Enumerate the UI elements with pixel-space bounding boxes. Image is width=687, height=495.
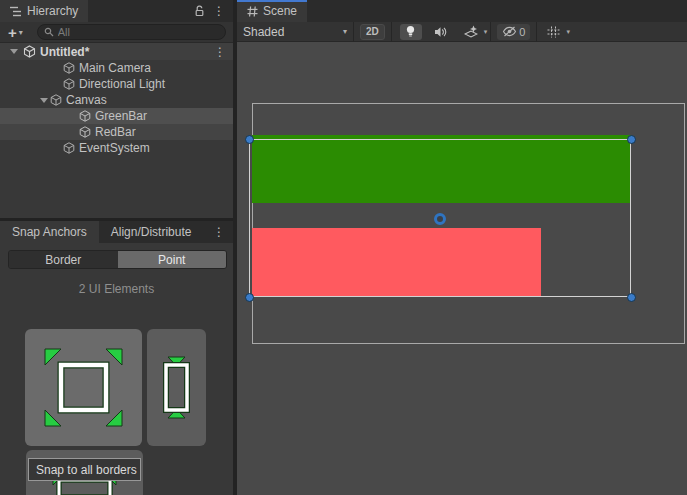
search-icon xyxy=(44,27,54,37)
snap-anchors-panel: Snap Anchors Align/Distribute ⋮ Border P… xyxy=(0,221,233,495)
tabbar-spacer xyxy=(88,0,189,22)
hierarchy-tab-label: Hierarchy xyxy=(27,4,78,18)
snap-menu-icon[interactable]: ⋮ xyxy=(209,221,229,243)
search-input[interactable] xyxy=(58,26,219,38)
scene-toolbar: Shaded ▾ 2D ▾ 0 ▾ xyxy=(237,22,687,42)
hierarchy-toolbar: + ▾ xyxy=(0,22,233,43)
scene-visibility-button[interactable]: 0 xyxy=(497,24,530,40)
scene-name: Untitled* xyxy=(40,45,89,59)
anchor-handle-bottom-right[interactable] xyxy=(627,293,636,302)
border-mode-button[interactable]: Border xyxy=(9,251,118,268)
foldout-icon[interactable] xyxy=(40,98,48,103)
scene-grid-icon xyxy=(247,6,258,17)
anchor-handle-top-right[interactable] xyxy=(627,135,636,144)
grid-dropdown-icon[interactable]: ▾ xyxy=(563,28,573,36)
create-object-button[interactable]: + ▾ xyxy=(4,25,27,40)
draw-mode-label: Shaded xyxy=(243,25,284,39)
anchor-handle-bottom-left[interactable] xyxy=(245,293,254,302)
scene-panel: Scene Shaded ▾ 2D ▾ 0 ▾ xyxy=(237,0,687,495)
tree-item-greenbar[interactable]: GreenBar xyxy=(0,108,233,124)
hierarchy-search[interactable] xyxy=(37,24,226,40)
lock-icon[interactable] xyxy=(189,0,209,22)
hierarchy-menu-icon[interactable]: ⋮ xyxy=(209,0,229,22)
2d-mode-button[interactable]: 2D xyxy=(360,24,385,40)
gameobject-cube-icon xyxy=(79,126,91,138)
hierarchy-tabbar: Hierarchy ⋮ xyxy=(0,0,233,22)
tab-scene[interactable]: Scene xyxy=(237,0,307,22)
eye-slash-icon xyxy=(502,26,517,37)
snap-all-borders-button[interactable] xyxy=(25,329,142,446)
hierarchy-tree: Untitled* ⋮ Main Camera Directional Ligh… xyxy=(0,43,233,218)
tree-item-eventsystem[interactable]: EventSystem xyxy=(0,140,233,156)
toolbar-separator xyxy=(353,22,354,42)
tooltip: Snap to all borders xyxy=(28,458,141,481)
foldout-icon[interactable] xyxy=(10,49,18,54)
gameobject-cube-icon xyxy=(63,62,75,74)
anchor-handle-top-left[interactable] xyxy=(245,135,254,144)
tab-snap-anchors[interactable]: Snap Anchors xyxy=(0,221,99,243)
hidden-count: 0 xyxy=(519,26,525,38)
tree-item-redbar[interactable]: RedBar xyxy=(0,124,233,140)
draw-mode-dropdown[interactable]: Shaded ▾ xyxy=(237,22,353,42)
toolbar-separator xyxy=(490,22,491,42)
gameobject-cube-icon xyxy=(63,142,75,154)
hierarchy-icon xyxy=(10,6,22,17)
pivot-handle[interactable] xyxy=(434,213,446,225)
gameobject-cube-icon xyxy=(63,78,75,90)
toolbar-separator xyxy=(536,22,537,42)
selection-count-label: 2 UI Elements xyxy=(0,282,233,296)
lightbulb-icon xyxy=(405,25,416,38)
snap-mode-segmented: Border Point xyxy=(8,250,227,269)
grid-icon xyxy=(547,26,560,38)
tab-hierarchy[interactable]: Hierarchy xyxy=(0,0,88,22)
snap-vertical-borders-button[interactable] xyxy=(147,329,206,446)
anchor-vertical-icon xyxy=(154,339,199,436)
tree-item-main-camera[interactable]: Main Camera xyxy=(0,60,233,76)
scene-grid-toggle-button[interactable] xyxy=(541,24,561,40)
gameobject-cube-icon xyxy=(50,94,62,106)
unity-scene-icon xyxy=(23,45,36,58)
tree-item-canvas[interactable]: Canvas xyxy=(0,92,233,108)
chevron-down-icon: ▾ xyxy=(343,27,347,36)
scene-menu-icon[interactable]: ⋮ xyxy=(214,46,226,58)
scene-lighting-button[interactable] xyxy=(400,24,422,40)
tree-item-directional-light[interactable]: Directional Light xyxy=(0,76,233,92)
scene-tabbar: Scene xyxy=(237,0,687,22)
left-column: Hierarchy ⋮ + ▾ xyxy=(0,0,233,495)
snap-tabbar: Snap Anchors Align/Distribute ⋮ xyxy=(0,221,233,243)
active-tab-highlight xyxy=(237,0,307,2)
hierarchy-panel: Hierarchy ⋮ + ▾ xyxy=(0,0,233,218)
effects-icon xyxy=(464,25,478,38)
effects-dropdown-icon[interactable]: ▾ xyxy=(481,28,491,36)
scene-viewport[interactable] xyxy=(237,42,687,495)
scene-effects-button[interactable] xyxy=(459,24,479,40)
point-mode-button[interactable]: Point xyxy=(118,251,227,268)
speaker-icon xyxy=(434,26,447,38)
anchor-corners-icon xyxy=(35,339,132,436)
tab-align-distribute[interactable]: Align/Distribute xyxy=(99,221,204,243)
toolbar-separator xyxy=(391,22,392,42)
snap-content: Border Point 2 UI Elements xyxy=(0,243,233,495)
scene-audio-button[interactable] xyxy=(430,24,452,40)
scene-header-row[interactable]: Untitled* ⋮ xyxy=(0,43,233,60)
scene-tab-label: Scene xyxy=(263,4,297,18)
gameobject-cube-icon xyxy=(79,110,91,122)
